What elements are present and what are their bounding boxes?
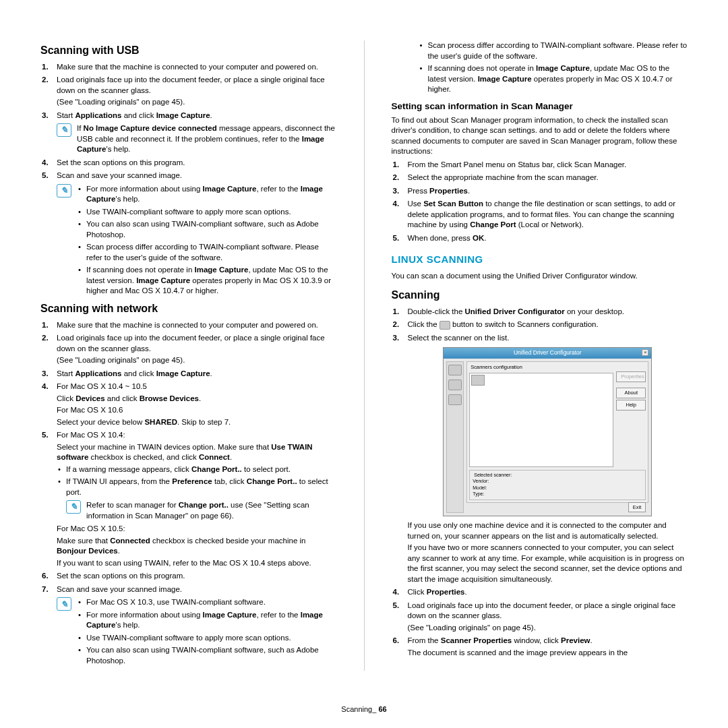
network-steps: 1.Make sure that the machine is connecte… [40, 320, 337, 669]
usb-step-2a: Load originals face up into the document… [57, 75, 325, 94]
dialog-title: Unified Driver Configurator × [444, 348, 651, 358]
usb-step3-note: If No Image Capture device connected mes… [77, 123, 337, 155]
scanner-icon[interactable] [448, 380, 462, 390]
printer-icon[interactable] [448, 365, 462, 375]
port-icon[interactable] [448, 394, 462, 405]
usb-note-bullets: For more information about using Image C… [77, 184, 337, 297]
properties-button[interactable]: Properties [616, 371, 646, 382]
dialog-sidebar [446, 361, 464, 513]
note-icon: ✎ [57, 184, 71, 198]
note-icon: ✎ [57, 597, 71, 611]
scanner-item-icon [471, 375, 485, 386]
usb-steps: 1.Make sure that the machine is connecte… [40, 62, 337, 299]
note-icon: ✎ [66, 500, 81, 514]
usb-step-2b: (See "Loading originals" on page 45). [57, 97, 337, 108]
note-icon: ✎ [57, 123, 71, 137]
heading-scanning-network: Scanning with network [40, 301, 337, 316]
scanner-icon [439, 321, 450, 330]
close-icon[interactable]: × [642, 349, 648, 356]
heading-scanning: Scanning [392, 288, 688, 303]
usb-step-4: Set the scan options on this program. [57, 158, 185, 166]
heading-setting-scan-manager: Setting scan information in Scan Manager [392, 100, 688, 113]
column-right: Scan process differ according to TWAIN-c… [392, 40, 688, 671]
configurator-dialog: Unified Driver Configurator × Scanners c… [443, 347, 652, 516]
usb-step-1: Make sure that the machine is connected … [57, 63, 318, 71]
column-left: Scanning with USB 1.Make sure that the m… [40, 40, 337, 671]
scanner-list[interactable] [469, 373, 613, 467]
scan-manager-steps: 1.From the Smart Panel menu on Status ba… [392, 160, 688, 244]
help-button[interactable]: Help [616, 400, 646, 411]
heading-scanning-usb: Scanning with USB [40, 43, 337, 58]
scanning-steps: 1.Double-click the Unified Driver Config… [392, 307, 688, 659]
usb-step-3: Start Applications and click Image Captu… [57, 111, 212, 119]
exit-button[interactable]: Exit [628, 502, 646, 512]
about-button[interactable]: About [616, 388, 646, 398]
continued-bullets: Scan process differ according to TWAIN-c… [419, 40, 688, 95]
column-divider [364, 40, 365, 671]
usb-step-5: Scan and save your scanned image. [57, 171, 182, 179]
page-footer: Scanning_ 66 [0, 704, 728, 715]
heading-linux-scanning: LINUX SCANNING [392, 253, 688, 266]
